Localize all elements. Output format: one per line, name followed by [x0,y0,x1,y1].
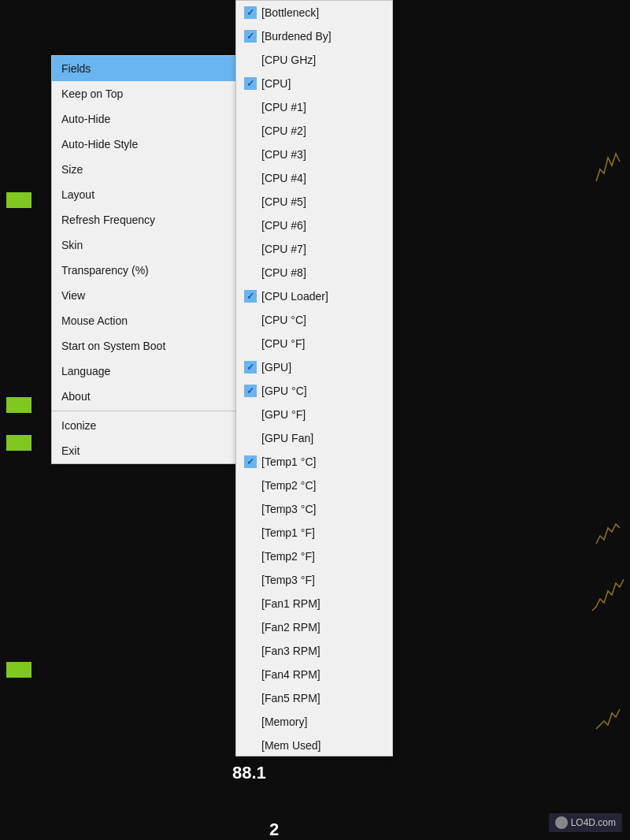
submenu-label-fan1-rpm: [Fan1 RPM] [261,597,321,610]
submenu-label-temp3-c: [Temp3 °C] [261,503,316,515]
submenu-label-temp1-c: [Temp1 °C] [261,455,316,468]
submenu-item-cpu3[interactable]: [CPU #3] [236,143,392,166]
submenu-item-gpu-c[interactable]: ✓ [GPU °C] [236,379,392,403]
menu-label-iconize: Iconize [61,419,96,432]
submenu-label-fan3-rpm: [Fan3 RPM] [261,645,321,657]
check-icon-burdened-by: ✓ [243,30,258,43]
check-icon-cpu: ✓ [243,77,258,90]
chart-sparkline-3 [592,567,624,615]
submenu-item-memory[interactable]: [Memory] [236,710,392,734]
submenu-label-temp1-f: [Temp1 °F] [261,526,315,539]
menu-label-auto-hide: Auto-Hide [61,113,110,125]
check-icon-temp1-c: ✓ [243,455,258,468]
submenu-item-gpu-fan[interactable]: [GPU Fan] [236,426,392,450]
green-bar-2 [6,397,32,413]
submenu-item-fan4-rpm[interactable]: [Fan4 RPM] [236,663,392,686]
menu-label-layout: Layout [61,188,94,201]
submenu-item-burdened-by[interactable]: ✓ [Burdened By] [236,24,392,48]
submenu-label-cpu-f: [CPU °F] [261,337,305,350]
submenu-item-cpu-loader[interactable]: ✓ [CPU Loader] [236,284,392,308]
checkmark-burdened-by: ✓ [244,30,257,43]
submenu-label-cpu8: [CPU #8] [261,266,306,279]
submenu-label-cpu1: [CPU #1] [261,101,306,113]
menu-label-view: View [61,289,85,302]
submenu-item-fan5-rpm[interactable]: [Fan5 RPM] [236,686,392,710]
submenu-item-cpu5[interactable]: [CPU #5] [236,190,392,214]
checkmark-gpu-c: ✓ [244,385,257,397]
submenu-label-temp2-c: [Temp2 °C] [261,479,316,492]
check-icon-gpu: ✓ [243,361,258,374]
submenu-item-temp2-f[interactable]: [Temp2 °F] [236,545,392,568]
submenu-label-cpu7: [CPU #7] [261,243,306,255]
submenu-item-fan3-rpm[interactable]: [Fan3 RPM] [236,639,392,663]
menu-label-about: About [61,390,91,403]
submenu-item-cpu-ghz[interactable]: [CPU GHz] [236,48,392,72]
submenu-item-cpu-c[interactable]: [CPU °C] [236,308,392,332]
submenu-item-cpu2[interactable]: [CPU #2] [236,119,392,143]
green-bar-3 [6,435,32,451]
submenu-item-cpu7[interactable]: [CPU #7] [236,237,392,261]
submenu-label-mem-used: [Mem Used] [261,739,321,752]
submenu-item-mem-used[interactable]: [Mem Used] [236,734,392,756]
check-icon-bottleneck: ✓ [243,6,258,19]
submenu-label-gpu-f: [GPU °F] [261,408,306,421]
value-overlay-88: 88.1 [232,763,266,783]
check-icon-gpu-c: ✓ [243,385,258,397]
chart-sparkline-4 [592,686,624,733]
menu-label-mouse-action: Mouse Action [61,314,128,327]
submenu-item-cpu4[interactable]: [CPU #4] [236,166,392,190]
submenu-item-cpu-f[interactable]: [CPU °F] [236,332,392,355]
checkmark-temp1-c: ✓ [244,455,257,468]
submenu-label-temp3-f: [Temp3 °F] [261,574,315,586]
submenu-label-cpu3: [CPU #3] [261,148,306,161]
checkmark-gpu: ✓ [244,361,257,374]
menu-label-fields: Fields [61,62,91,75]
menu-label-auto-hide-style: Auto-Hide Style [61,138,138,151]
submenu-item-bottleneck[interactable]: ✓ [Bottleneck] [236,1,392,24]
submenu-label-gpu-c: [GPU °C] [261,385,307,397]
submenu-item-cpu[interactable]: ✓ [CPU] [236,72,392,95]
submenu-label-cpu6: [CPU #6] [261,219,306,232]
submenu-item-fan2-rpm[interactable]: [Fan2 RPM] [236,615,392,639]
checkmark-cpu: ✓ [244,77,257,90]
green-bar-4 [6,662,32,678]
submenu-label-burdened-by: [Burdened By] [261,30,332,43]
submenu-item-cpu6[interactable]: [CPU #6] [236,214,392,237]
menu-label-transparency: Transparency (%) [61,264,149,277]
green-bar-1 [6,192,32,208]
menu-label-refresh-frequency: Refresh Frequency [61,214,155,226]
submenu-item-gpu[interactable]: ✓ [GPU] [236,355,392,379]
submenu-label-cpu-loader: [CPU Loader] [261,290,328,303]
watermark-text: LO4D.com [571,817,616,828]
submenu-label-bottleneck: [Bottleneck] [261,6,319,19]
menu-label-exit: Exit [61,444,80,457]
submenu-label-temp2-f: [Temp2 °F] [261,550,315,563]
submenu-label-memory: [Memory] [261,715,307,728]
menu-label-language: Language [61,365,110,377]
submenu-label-cpu2: [CPU #2] [261,125,306,137]
submenu-label-cpu-ghz: [CPU GHz] [261,54,316,66]
submenu-item-temp1-f[interactable]: [Temp1 °F] [236,521,392,545]
submenu-item-temp3-c[interactable]: [Temp3 °C] [236,497,392,521]
submenu-item-temp3-f[interactable]: [Temp3 °F] [236,568,392,592]
submenu-label-fan5-rpm: [Fan5 RPM] [261,692,321,704]
submenu-label-fan2-rpm: [Fan2 RPM] [261,621,321,634]
menu-label-start-on-boot: Start on System Boot [61,340,165,352]
submenu-item-temp2-c[interactable]: [Temp2 °C] [236,474,392,497]
watermark-icon [555,816,568,829]
value-overlay-2: 2 [269,820,279,840]
submenu-label-gpu-fan: [GPU Fan] [261,432,313,444]
chart-sparkline-1 [592,126,624,189]
menu-label-keep-on-top: Keep on Top [61,87,123,100]
chart-sparkline-2 [592,489,624,552]
submenu-item-temp1-c[interactable]: ✓ [Temp1 °C] [236,450,392,474]
checkmark-cpu-loader: ✓ [244,290,257,303]
checkmark-bottleneck: ✓ [244,6,257,19]
submenu-item-fan1-rpm[interactable]: [Fan1 RPM] [236,592,392,615]
submenu-fields: ✓ [Bottleneck] ✓ [Burdened By] [CPU GHz]… [235,0,393,756]
submenu-item-gpu-f[interactable]: [GPU °F] [236,403,392,426]
menu-label-size: Size [61,163,83,176]
watermark: LO4D.com [549,813,622,832]
submenu-item-cpu8[interactable]: [CPU #8] [236,261,392,284]
submenu-item-cpu1[interactable]: [CPU #1] [236,95,392,119]
